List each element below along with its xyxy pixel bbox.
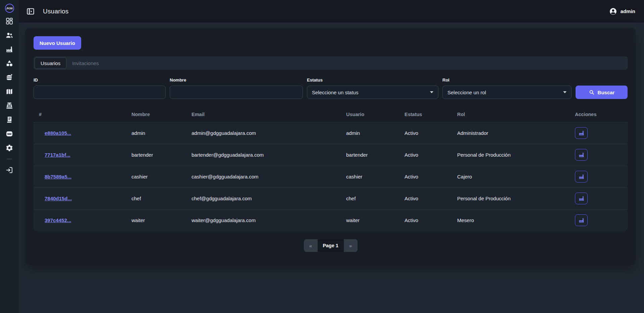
sidebar: POS bbox=[0, 0, 19, 313]
topbar-user[interactable]: admin bbox=[609, 7, 635, 16]
cell-email: cashier@gdgguadalajara.com bbox=[192, 166, 346, 188]
factory-icon bbox=[578, 152, 585, 158]
cell-usuario: waiter bbox=[346, 209, 405, 231]
cell-email: waiter@gdgguadalajara.com bbox=[192, 209, 346, 231]
tab-invitaciones[interactable]: Invitaciones bbox=[66, 57, 104, 69]
tab-invitaciones-label: Invitaciones bbox=[72, 60, 99, 66]
table-row: 7717a1bf... bartender bartender@gdgguada… bbox=[34, 144, 628, 166]
topbar: Usuarios admin bbox=[19, 0, 644, 22]
sidebar-item-settings[interactable] bbox=[5, 144, 13, 152]
sidebar-item-users[interactable] bbox=[5, 31, 13, 39]
user-id-link[interactable]: 397c4452... bbox=[45, 217, 71, 223]
cell-usuario: cashier bbox=[346, 166, 405, 188]
receipt-icon bbox=[5, 116, 13, 124]
pagination: « Page 1 » bbox=[34, 239, 628, 252]
factory-icon bbox=[578, 173, 585, 180]
sidebar-item-map[interactable] bbox=[5, 88, 13, 96]
sidebar-nav bbox=[5, 17, 13, 174]
user-id-link[interactable]: 8b7589a5... bbox=[45, 174, 71, 179]
estatus-select-value: Seleccione un status bbox=[312, 90, 358, 95]
table-row: 397c4452... waiter waiter@gdgguadalajara… bbox=[34, 209, 628, 231]
pagination-next-button[interactable]: » bbox=[344, 239, 358, 252]
buscar-button[interactable]: Buscar bbox=[576, 86, 628, 99]
cell-rol: Administrador bbox=[457, 122, 575, 144]
assign-production-button[interactable] bbox=[575, 171, 588, 182]
assign-production-button[interactable] bbox=[575, 127, 588, 139]
sidebar-item-cash-drawer[interactable] bbox=[5, 130, 13, 138]
cell-estatus: Activo bbox=[405, 209, 457, 231]
assign-production-button[interactable] bbox=[575, 214, 588, 226]
sidebar-item-production[interactable] bbox=[5, 45, 13, 53]
cell-rol: Cajero bbox=[457, 166, 575, 188]
user-id-link[interactable]: 7840d15d... bbox=[45, 196, 72, 201]
filter-rol-label: Rol bbox=[442, 77, 572, 83]
sidebar-item-food[interactable] bbox=[5, 73, 13, 82]
cell-email: admin@gdgguadalajara.com bbox=[192, 122, 346, 144]
sidebar-item-orders[interactable] bbox=[5, 116, 13, 124]
sidebar-item-logout[interactable] bbox=[5, 166, 13, 174]
user-id-link[interactable]: e880a105... bbox=[45, 130, 71, 136]
filter-id-field: ID bbox=[34, 77, 166, 99]
factory-icon bbox=[578, 130, 585, 136]
id-input[interactable] bbox=[34, 86, 166, 99]
users-card: Nuevo Usuario Usuarios Invitaciones ID N… bbox=[25, 28, 636, 265]
user-name: admin bbox=[621, 8, 635, 14]
cell-estatus: Activo bbox=[405, 166, 457, 188]
col-header-id: # bbox=[34, 107, 131, 122]
chevron-down-icon bbox=[563, 91, 567, 93]
sidebar-item-dashboard[interactable] bbox=[5, 17, 13, 25]
factory-icon bbox=[5, 45, 13, 53]
logout-icon bbox=[5, 166, 13, 174]
nombre-input[interactable] bbox=[170, 86, 303, 99]
filter-nombre-label: Nombre bbox=[170, 77, 303, 83]
cell-estatus: Activo bbox=[405, 144, 457, 166]
cell-estatus: Activo bbox=[405, 188, 457, 209]
user-avatar-icon bbox=[609, 7, 618, 16]
col-header-acciones: Acciones bbox=[575, 107, 628, 122]
cell-nombre: cashier bbox=[131, 166, 192, 188]
assign-production-button[interactable] bbox=[575, 193, 588, 204]
cell-email: chef@gdgguadalajara.com bbox=[192, 188, 346, 209]
sidebar-toggle-button[interactable] bbox=[26, 7, 35, 16]
filter-estatus-field: Estatus Seleccione un status bbox=[307, 77, 438, 99]
filter-estatus-label: Estatus bbox=[307, 77, 438, 83]
app-logo-text: POS bbox=[6, 7, 13, 10]
filter-nombre-field: Nombre bbox=[170, 77, 303, 99]
tab-usuarios[interactable]: Usuarios bbox=[35, 57, 66, 69]
estatus-select[interactable]: Seleccione un status bbox=[307, 86, 438, 99]
panel-toggle-icon bbox=[26, 7, 35, 16]
table-header-row: # Nombre Email Usuario Estatus Rol Accio… bbox=[34, 107, 628, 122]
tab-usuarios-label: Usuarios bbox=[41, 60, 60, 66]
cell-nombre: admin bbox=[131, 122, 192, 144]
users-icon bbox=[5, 31, 13, 39]
filter-id-label: ID bbox=[34, 77, 166, 83]
new-user-button[interactable]: Nuevo Usuario bbox=[34, 36, 81, 50]
col-header-rol: Rol bbox=[457, 107, 575, 122]
col-header-email: Email bbox=[192, 107, 346, 122]
chevron-down-icon bbox=[430, 91, 433, 93]
drawer-icon bbox=[5, 130, 13, 138]
sidebar-item-categories[interactable] bbox=[5, 59, 13, 67]
sidebar-item-pos[interactable] bbox=[5, 102, 13, 110]
cell-usuario: chef bbox=[346, 188, 405, 209]
new-user-button-label: Nuevo Usuario bbox=[40, 40, 75, 46]
cell-usuario: bartender bbox=[346, 144, 405, 166]
cash-register-icon bbox=[5, 102, 13, 110]
rol-select[interactable]: Seleccione un rol bbox=[442, 86, 572, 99]
search-icon bbox=[589, 89, 595, 95]
rol-select-value: Seleccione un rol bbox=[447, 90, 486, 95]
assign-production-button[interactable] bbox=[575, 149, 588, 161]
cell-nombre: waiter bbox=[131, 209, 192, 231]
col-header-nombre: Nombre bbox=[131, 107, 192, 122]
user-id-link[interactable]: 7717a1bf... bbox=[45, 152, 70, 158]
tab-bar: Usuarios Invitaciones bbox=[34, 56, 628, 70]
cell-rol: Personal de Producción bbox=[457, 188, 575, 209]
app-logo[interactable]: POS bbox=[5, 4, 14, 13]
shapes-icon bbox=[5, 59, 13, 67]
cell-nombre: chef bbox=[131, 188, 192, 209]
factory-icon bbox=[578, 217, 585, 223]
factory-icon bbox=[578, 195, 585, 202]
table-row: 8b7589a5... cashier cashier@gdgguadalaja… bbox=[34, 166, 628, 188]
pagination-prev-button[interactable]: « bbox=[304, 239, 318, 252]
cell-nombre: bartender bbox=[131, 144, 192, 166]
